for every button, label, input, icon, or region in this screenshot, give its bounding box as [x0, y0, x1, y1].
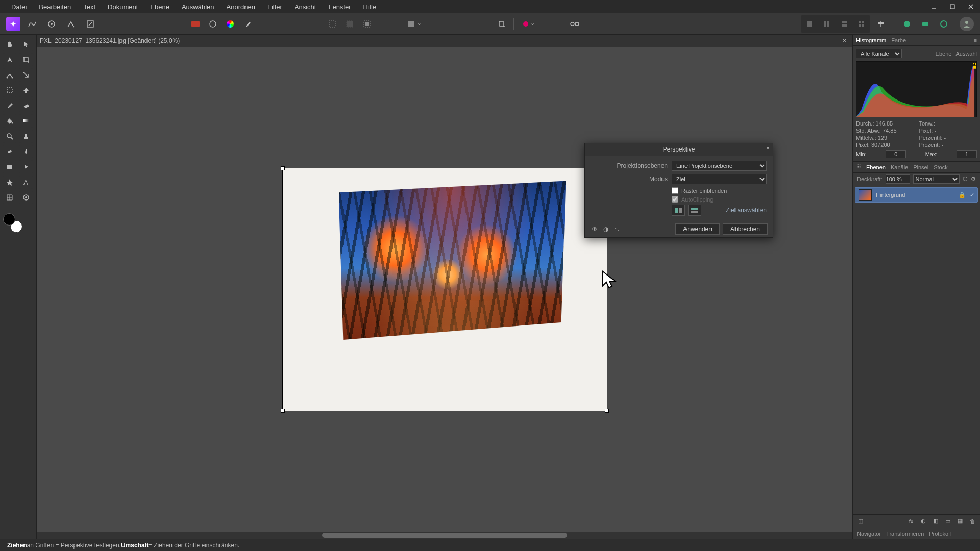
- corner-tool[interactable]: [19, 68, 33, 82]
- fill-tool[interactable]: [3, 114, 16, 128]
- mode-select[interactable]: Ziel: [672, 174, 767, 184]
- sync-b-icon[interactable]: [918, 16, 933, 32]
- menu-ansicht[interactable]: Ansicht: [288, 1, 323, 13]
- arrange-4-icon[interactable]: [854, 16, 869, 32]
- adjustment-icon[interactable]: ◐: [919, 517, 928, 526]
- perspective-handle-tl[interactable]: [281, 166, 285, 170]
- horizontal-scrollbar[interactable]: [37, 532, 852, 539]
- crop-tool[interactable]: [19, 53, 33, 66]
- export-persona-icon[interactable]: [83, 16, 98, 32]
- circle-tool-icon[interactable]: [205, 16, 220, 32]
- histo-ebene-link[interactable]: Ebene: [936, 51, 952, 57]
- choose-destination-link[interactable]: Ziel auswählen: [726, 207, 767, 214]
- minimize-button[interactable]: [925, 0, 943, 13]
- liquify-persona-icon[interactable]: [44, 16, 59, 32]
- color-swatch[interactable]: [3, 213, 22, 233]
- tab-histogramm[interactable]: Histogramm: [856, 37, 886, 43]
- menu-ebene[interactable]: Ebene: [144, 1, 176, 13]
- hand-tool[interactable]: [3, 38, 16, 51]
- menu-text[interactable]: Text: [77, 1, 102, 13]
- play-tool[interactable]: [19, 160, 33, 173]
- close-window-button[interactable]: [962, 0, 980, 13]
- group-layer-icon[interactable]: ▭: [943, 517, 952, 526]
- before-after-a-icon[interactable]: [672, 205, 685, 216]
- show-grid-checkbox[interactable]: [672, 187, 678, 194]
- layer-item[interactable]: Hintergrund 🔒 ✓: [855, 187, 978, 203]
- max-input[interactable]: [957, 150, 977, 158]
- menu-fenster[interactable]: Fenster: [322, 1, 357, 13]
- user-avatar[interactable]: [960, 17, 974, 31]
- stamp-tool[interactable]: [19, 130, 33, 143]
- menu-hilfe[interactable]: Hilfe: [357, 1, 383, 13]
- gradient-tool[interactable]: [19, 114, 33, 128]
- star-tool[interactable]: [3, 176, 16, 189]
- menu-anordnen[interactable]: Anordnen: [220, 1, 261, 13]
- document-tab[interactable]: PXL_20230127_135623241.jpg [Geändert] (2…: [37, 35, 852, 47]
- marquee-tool[interactable]: [3, 84, 16, 97]
- arrange-2-icon[interactable]: [819, 16, 835, 32]
- smudge-tool[interactable]: [19, 145, 33, 158]
- new-layer-icon[interactable]: ▦: [955, 517, 965, 526]
- move-tool[interactable]: [19, 38, 33, 51]
- node-tool[interactable]: [3, 68, 16, 82]
- perspective-handle-br[interactable]: [605, 409, 609, 413]
- develop-persona-icon[interactable]: [63, 16, 79, 32]
- tab-transformieren[interactable]: Transformieren: [886, 531, 924, 537]
- tab-protokoll[interactable]: Protokoll: [929, 531, 951, 537]
- channel-select[interactable]: Alle Kanäle: [856, 49, 902, 58]
- blend-mode-select[interactable]: Normal: [913, 174, 960, 184]
- brush-tool[interactable]: [3, 99, 16, 112]
- split-icon[interactable]: ◑: [601, 224, 610, 234]
- maximize-button[interactable]: [943, 0, 962, 13]
- close-tab-icon[interactable]: ×: [840, 37, 849, 44]
- quicklook-dropdown[interactable]: [403, 16, 425, 32]
- eraser-tool[interactable]: [19, 99, 33, 112]
- flood-select-tool[interactable]: [19, 84, 33, 97]
- tab-ebenen[interactable]: Ebenen: [866, 164, 886, 170]
- text-tool[interactable]: A: [19, 176, 33, 189]
- align-icon[interactable]: [873, 16, 889, 32]
- selection-a-icon[interactable]: [325, 16, 340, 32]
- heal-tool[interactable]: [3, 145, 16, 158]
- canvas[interactable]: PXL_20230127_135623241.jpg [Geändert] (2…: [37, 35, 852, 539]
- link-icon[interactable]: [567, 16, 582, 32]
- tab-kanaele[interactable]: Kanäle: [891, 164, 908, 170]
- gear-icon[interactable]: ⚙: [971, 176, 976, 182]
- tab-pinsel[interactable]: Pinsel: [913, 164, 928, 170]
- swatch-red-icon[interactable]: [188, 16, 203, 32]
- panel-options-icon[interactable]: ⠿: [857, 164, 861, 170]
- menu-dokument[interactable]: Dokument: [102, 1, 144, 13]
- selection-b-icon[interactable]: [342, 16, 357, 32]
- menu-bearbeiten[interactable]: Bearbeiten: [33, 1, 77, 13]
- histo-auswahl-link[interactable]: Auswahl: [955, 51, 977, 57]
- sync-a-icon[interactable]: [899, 16, 915, 32]
- preview-icon[interactable]: 👁: [590, 224, 599, 234]
- before-after-b-icon[interactable]: [688, 205, 701, 216]
- persona-photo-icon[interactable]: [24, 16, 40, 32]
- pen-tool[interactable]: [3, 53, 16, 66]
- proj-select[interactable]: Eine Projektionsebene: [672, 161, 767, 171]
- crop-icon[interactable]: [494, 16, 509, 32]
- menu-filter[interactable]: Filter: [261, 1, 288, 13]
- sync-c-icon[interactable]: [936, 16, 951, 32]
- color-wheel-icon[interactable]: [223, 16, 238, 32]
- cancel-button[interactable]: Abbrechen: [723, 223, 768, 235]
- mirror-icon[interactable]: ⇋: [612, 224, 622, 234]
- lens-tool[interactable]: [19, 191, 33, 204]
- layer-visible-icon[interactable]: ✓: [970, 192, 974, 198]
- min-input[interactable]: [886, 150, 906, 158]
- menu-auswaehlen[interactable]: Auswählen: [176, 1, 220, 13]
- tab-stock[interactable]: Stock: [934, 164, 948, 170]
- fx-icon[interactable]: fx: [906, 517, 916, 526]
- dialog-titlebar[interactable]: Perspektive ×: [585, 143, 773, 156]
- perspective-handle-bl[interactable]: [281, 409, 285, 413]
- selection-c-icon[interactable]: [359, 16, 375, 32]
- dropper-icon[interactable]: [240, 16, 255, 32]
- arrange-1-icon[interactable]: [802, 16, 817, 32]
- live-filter-icon[interactable]: ◧: [931, 517, 940, 526]
- menu-datei[interactable]: Datei: [5, 1, 33, 13]
- opacity-input[interactable]: [886, 174, 910, 184]
- assistant-dropdown-icon[interactable]: [518, 16, 538, 32]
- mask-icon[interactable]: ◫: [856, 517, 865, 526]
- panel-menu-icon[interactable]: ≡: [974, 37, 977, 43]
